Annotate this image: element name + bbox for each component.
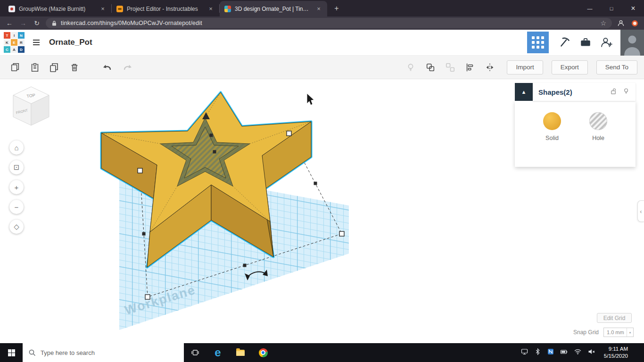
- task-view-button[interactable]: [184, 343, 206, 362]
- import-button[interactable]: Import: [507, 60, 543, 74]
- network-wifi-icon[interactable]: [574, 348, 582, 357]
- solid-swatch: [543, 112, 561, 130]
- app-tray-icon[interactable]: [547, 348, 554, 357]
- tab-tinkercad-active[interactable]: 3D design Ornate_Pot | Tinkercad ×: [220, 1, 327, 16]
- shapes-panel-title: Shapes(2): [538, 88, 604, 96]
- clock-date: 5/15/2020: [604, 353, 628, 360]
- logo-tile: C: [4, 46, 10, 53]
- screen: GroupWise (Mazie Burnitt) × Project Edit…: [0, 0, 644, 362]
- fit-view-button[interactable]: ⊡: [9, 160, 24, 174]
- tab-groupwise[interactable]: GroupWise (Mazie Burnitt) ×: [4, 1, 111, 16]
- tab-instructables[interactable]: Project Editor - Instructables ×: [112, 1, 219, 16]
- mid-handle: [243, 264, 247, 267]
- paste-icon[interactable]: [26, 59, 43, 76]
- perspective-toggle-button[interactable]: ◇: [9, 220, 24, 234]
- taskbar-search-input[interactable]: Type here to search: [23, 343, 184, 362]
- tab-title: 3D design Ornate_Pot | Tinkercad: [235, 6, 311, 12]
- ungroup-icon[interactable]: [442, 59, 459, 76]
- taskbar-clock[interactable]: 9:11 AM 5/15/2020: [601, 346, 631, 360]
- instructables-favicon: [116, 6, 123, 12]
- browser-extension-icon[interactable]: [630, 20, 639, 26]
- groupwise-favicon: [8, 6, 15, 12]
- file-explorer-icon[interactable]: [229, 343, 252, 362]
- windows-logo-icon: [8, 349, 15, 356]
- tab-close-icon[interactable]: ×: [315, 5, 322, 13]
- home-view-button[interactable]: ⌂: [9, 140, 24, 155]
- tab-close-icon[interactable]: ×: [207, 5, 215, 13]
- logo-tile: K: [4, 39, 10, 46]
- mirror-icon[interactable]: [481, 59, 498, 76]
- edit-toolbar: Import Export Send To: [0, 56, 644, 79]
- visibility-bulb-icon[interactable]: [623, 88, 630, 97]
- logo-tile: I: [11, 32, 17, 39]
- corner-handle: [339, 231, 344, 236]
- briefcase-icon[interactable]: [575, 32, 596, 53]
- search-icon: [28, 349, 36, 356]
- align-icon[interactable]: [462, 59, 479, 76]
- send-to-button[interactable]: Send To: [596, 60, 637, 74]
- copy-icon[interactable]: [7, 59, 24, 76]
- clock-time: 9:11 AM: [604, 346, 628, 353]
- delete-icon[interactable]: [66, 59, 83, 76]
- bluetooth-tray-icon[interactable]: [534, 348, 541, 357]
- volume-muted-icon[interactable]: [587, 348, 595, 357]
- tinkercad-logo[interactable]: T I N K E R C A D: [4, 32, 25, 53]
- forward-button[interactable]: →: [18, 19, 28, 27]
- profile-person-icon[interactable]: [616, 19, 626, 27]
- mouse-cursor: [307, 93, 314, 105]
- zoom-out-button[interactable]: −: [9, 200, 24, 214]
- undo-icon[interactable]: [99, 59, 116, 76]
- panel-collapse-button[interactable]: ▲: [515, 83, 533, 101]
- browser-tab-bar: GroupWise (Mazie Burnitt) × Project Edit…: [0, 0, 644, 16]
- user-avatar[interactable]: [620, 30, 644, 56]
- show-all-bulb-icon[interactable]: [402, 59, 419, 76]
- viewport-3d[interactable]: Workplane: [0, 79, 644, 343]
- close-window-button[interactable]: ×: [622, 0, 644, 16]
- hole-label: Hole: [589, 135, 607, 141]
- logo-tile: N: [18, 32, 25, 39]
- new-tab-button[interactable]: +: [330, 2, 343, 15]
- tab-close-icon[interactable]: ×: [99, 5, 107, 13]
- solid-label: Solid: [543, 135, 561, 141]
- corner-handle: [138, 168, 142, 173]
- battery-tray-icon[interactable]: [560, 348, 568, 357]
- mid-handle: [210, 134, 213, 137]
- snap-spinner-icon[interactable]: ▲: [627, 328, 633, 337]
- zoom-in-button[interactable]: +: [9, 180, 24, 194]
- export-button[interactable]: Export: [552, 60, 588, 74]
- panel-collapse-chevron[interactable]: ‹: [637, 200, 644, 222]
- edge-browser-icon[interactable]: e: [206, 343, 229, 362]
- add-person-icon[interactable]: [596, 32, 617, 53]
- lock-icon: [51, 20, 57, 26]
- display-tray-icon[interactable]: [520, 348, 528, 357]
- redo-icon[interactable]: [119, 59, 136, 76]
- edit-grid-button[interactable]: Edit Grid: [597, 313, 632, 323]
- lock-open-icon[interactable]: [610, 88, 617, 97]
- windows-taskbar: Type here to search e: [0, 343, 644, 362]
- group-icon[interactable]: [422, 59, 439, 76]
- corner-handle: [287, 131, 291, 136]
- duplicate-icon[interactable]: [46, 59, 63, 76]
- tab-title: GroupWise (Mazie Burnitt): [19, 6, 95, 12]
- start-button[interactable]: [0, 343, 23, 362]
- chrome-browser-icon[interactable]: [252, 343, 274, 362]
- refresh-button[interactable]: ↻: [32, 19, 41, 27]
- solid-option[interactable]: Solid: [543, 112, 561, 167]
- back-button[interactable]: ←: [5, 19, 14, 27]
- view-cube[interactable]: TOP FRONT: [8, 84, 55, 133]
- dashboard-grid-button[interactable]: [527, 32, 549, 53]
- design-menu-icon[interactable]: [29, 35, 43, 49]
- app-header: T I N K E R C A D Ornate_Pot: [0, 30, 644, 56]
- snap-grid-value: 1.0 mm: [607, 329, 624, 335]
- snap-grid-label: Snap Grid: [573, 329, 599, 336]
- bookmark-star-icon[interactable]: ☆: [600, 19, 606, 27]
- hole-option[interactable]: Hole: [589, 112, 607, 167]
- tinkercad-favicon: [224, 6, 231, 12]
- header-right-icons: [527, 30, 644, 56]
- url-bar[interactable]: tinkercad.com/things/0MoMuOPCwJV-ornatep…: [46, 18, 612, 28]
- mid-handle: [213, 150, 216, 154]
- minimize-button[interactable]: —: [579, 0, 601, 16]
- snap-grid-select[interactable]: 1.0 mm ▲: [603, 328, 634, 337]
- pickaxe-icon[interactable]: [554, 32, 575, 53]
- maximize-button[interactable]: □: [601, 0, 622, 16]
